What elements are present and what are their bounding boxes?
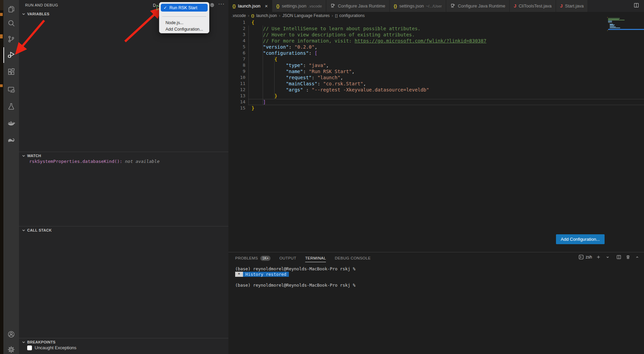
- breadcrumb-item[interactable]: launch.json: [256, 13, 277, 18]
- dropdown-selected-item[interactable]: ✓ Run RSK Start: [161, 4, 208, 12]
- more-actions-icon[interactable]: ···: [218, 1, 225, 7]
- tab-configure-java-runtime[interactable]: Configure Java Runtime: [326, 0, 389, 12]
- minimap-line: [607, 30, 608, 31]
- java-file-icon: J: [560, 3, 563, 9]
- debug-configuration-dropdown: ✓ Run RSK Start Node.js...Add Configurat…: [159, 2, 209, 33]
- panel-tab-debug-console[interactable]: DEBUG CONSOLE: [335, 256, 371, 262]
- hidden-toolbar-letter: D: [153, 3, 156, 8]
- breakpoint-row: Uncaught Exceptions: [27, 345, 76, 350]
- breadcrumb-item[interactable]: configurations: [339, 13, 365, 18]
- tab-label: launch.json: [238, 3, 260, 9]
- code-line: {: [251, 56, 486, 62]
- source-control-icon[interactable]: [3, 31, 19, 47]
- tab-start-java[interactable]: JStart.java: [556, 0, 588, 12]
- panel-tab-terminal[interactable]: TERMINAL: [305, 256, 326, 262]
- line-number: 3: [228, 32, 245, 38]
- testing-icon[interactable]: [3, 99, 19, 114]
- uncaught-exceptions-checkbox[interactable]: [27, 345, 32, 350]
- code-line: {: [251, 19, 486, 26]
- remote-explorer-icon[interactable]: [3, 82, 19, 98]
- new-terminal-icon[interactable]: [596, 254, 601, 260]
- code-line: // Hover to view descriptions of existin…: [251, 32, 486, 38]
- search-icon[interactable]: [3, 15, 19, 31]
- add-configuration-button[interactable]: Add Configuration...: [556, 234, 605, 244]
- dropdown-item[interactable]: Add Configuration...: [161, 26, 208, 33]
- line-number: 12: [228, 87, 245, 93]
- panel-tab-problems[interactable]: PROBLEMS1K+: [235, 256, 271, 263]
- panel-tab-label: TERMINAL: [305, 256, 326, 260]
- terminal-line: (base) reynoldmorel@Reynolds-MacBook-Pro…: [235, 266, 355, 272]
- terminal-line: (base) reynoldmorel@Reynolds-MacBook-Pro…: [235, 283, 355, 288]
- chevron-down-icon: [22, 340, 25, 344]
- indent-guide: [248, 26, 249, 105]
- line-number: 15: [228, 105, 245, 111]
- tab-launch-json[interactable]: {}launch.json×: [228, 0, 272, 12]
- minimap-line: [610, 26, 614, 26]
- code-editor[interactable]: { // Use IntelliSense to learn about pos…: [251, 19, 486, 111]
- panel-tab-output[interactable]: OUTPUT: [279, 256, 296, 262]
- code-line: // For more information, visit: https://…: [251, 38, 486, 44]
- line-number: 2: [228, 26, 245, 32]
- explorer-icon[interactable]: [3, 1, 19, 17]
- settings-icon[interactable]: [3, 342, 19, 354]
- split-editor-icon[interactable]: [633, 2, 639, 10]
- watch-expression-row[interactable]: rskSystemProperties.databaseKind(): not …: [29, 159, 160, 164]
- watch-expression: rskSystemProperties.databaseKind():: [29, 159, 122, 164]
- breakpoints-section-header[interactable]: BREAKPOINTS: [19, 338, 228, 346]
- tab-label: Start.java: [565, 3, 584, 9]
- code-line: "configurations": [: [251, 50, 486, 56]
- call-stack-section-header[interactable]: CALL STACK: [19, 226, 228, 234]
- minimap-line: [608, 20, 624, 20]
- breadcrumb-item[interactable]: .vscode: [232, 13, 246, 18]
- code-line: }: [251, 93, 486, 99]
- terminal-dropdown-chevron-icon[interactable]: [605, 254, 610, 260]
- json-file-icon: {}: [232, 4, 236, 9]
- tab-path-suffix: .vscode: [309, 4, 322, 8]
- minimap-line: [608, 22, 612, 22]
- breadcrumb[interactable]: .vscode›{}launch.json›JSON Language Feat…: [232, 12, 365, 19]
- editor-tab-bar: {}launch.json×{}settings.json.vscodeConf…: [228, 0, 644, 12]
- tab-configure-java-runtime[interactable]: Configure Java Runtime: [446, 0, 509, 12]
- run-and-debug-icon[interactable]: [3, 47, 19, 63]
- terminal-output[interactable]: (base) reynoldmorel@Reynolds-MacBook-Pro…: [235, 266, 355, 288]
- chevron-down-icon: [22, 12, 25, 16]
- checkmark-icon: ✓: [163, 5, 167, 10]
- tab-settings-json[interactable]: {}settings.json.vscode: [272, 0, 326, 12]
- line-number: 6: [228, 50, 245, 56]
- tab-label: settings.json: [282, 3, 306, 9]
- minimap-line: [610, 24, 613, 24]
- code-line: ]: [251, 99, 486, 105]
- panel-tab-label: PROBLEMS: [235, 256, 258, 260]
- maximize-panel-chevron-icon[interactable]: [634, 254, 640, 260]
- gradle-icon[interactable]: [3, 132, 19, 148]
- java-runtime-cup-icon: [450, 3, 455, 9]
- tab-clitoolstest-java[interactable]: JCliToolsTest.java: [510, 0, 556, 12]
- dropdown-selected-label: Run RSK Start: [169, 5, 197, 10]
- docker-icon[interactable]: [3, 115, 19, 131]
- code-line: }: [251, 105, 486, 111]
- close-tab-icon[interactable]: ×: [265, 3, 268, 9]
- code-line: "version": "0.2.0",: [251, 44, 486, 50]
- indent-guide: [263, 26, 263, 105]
- terminal-shell-selector[interactable]: zsh: [578, 254, 592, 260]
- terminal-line: * History restored: [235, 272, 355, 277]
- breadcrumb-item[interactable]: JSON Language Features: [282, 13, 330, 18]
- line-number: 10: [228, 74, 245, 81]
- debug-settings-gear-icon[interactable]: [209, 2, 215, 9]
- watch-value: not available: [122, 159, 160, 164]
- activity-bar: [3, 0, 19, 354]
- chevron-down-icon: [22, 229, 25, 232]
- code-line: "mainClass": "co.rsk.Start",: [251, 81, 486, 87]
- tab-settings-json[interactable]: {}settings.json~/.../User: [390, 0, 447, 12]
- json-file-icon: {}: [394, 4, 397, 9]
- accounts-icon[interactable]: [3, 326, 19, 342]
- split-terminal-icon[interactable]: [616, 254, 622, 260]
- tab-label: CliToolsTest.java: [519, 3, 552, 9]
- kill-terminal-trash-icon[interactable]: [625, 254, 631, 260]
- extensions-icon[interactable]: [3, 64, 19, 80]
- dropdown-item[interactable]: Node.js...: [161, 19, 208, 26]
- line-number: 1: [228, 19, 245, 26]
- terminal-icon: [578, 254, 584, 260]
- watch-section-header[interactable]: WATCH: [19, 152, 228, 159]
- line-number: 9: [228, 68, 245, 74]
